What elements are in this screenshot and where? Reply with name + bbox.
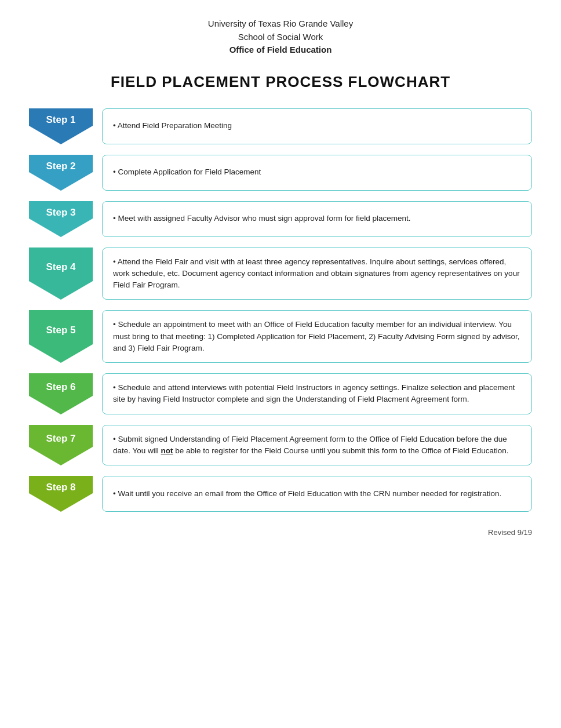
step-chevron-6 <box>29 396 93 414</box>
step-chevron-7 <box>29 447 93 465</box>
step-text-1: Attend Field Preparation Meeting <box>113 120 232 132</box>
step-label-4: Step 4 <box>29 247 93 282</box>
step-text-3: Meet with assigned Faculty Advisor who m… <box>113 213 410 224</box>
step-label-3: Step 3 <box>29 201 93 219</box>
step-row: Step 5 Schedule an appointment to meet w… <box>29 310 532 363</box>
revised-label: Revised 9/19 <box>29 528 532 537</box>
step-chevron-3 <box>29 219 93 237</box>
step-arrow-1: Step 1 <box>29 108 93 144</box>
step-row: Step 8 Wait until you receive an email f… <box>29 476 532 512</box>
step-arrow-3: Step 3 <box>29 201 93 237</box>
header-line2: School of Social Work <box>29 31 532 44</box>
header-line1: University of Texas Rio Grande Valley <box>29 17 532 31</box>
svg-marker-2 <box>29 219 93 237</box>
step-row: Step 6 Schedule and attend interviews wi… <box>29 373 532 414</box>
step-content-6: Schedule and attend interviews with pote… <box>102 373 532 414</box>
step-label-7: Step 7 <box>29 425 93 447</box>
step-text-5: Schedule an appointment to meet with an … <box>113 319 521 354</box>
step-content-5: Schedule an appointment to meet with an … <box>102 310 532 363</box>
step-chevron-1 <box>29 126 93 144</box>
step-text-8: Wait until you receive an email from the… <box>113 488 501 500</box>
step-content-2: Complete Application for Field Placement <box>102 155 532 191</box>
step-content-7: Submit signed Understanding of Field Pla… <box>102 425 532 466</box>
svg-marker-6 <box>29 447 93 465</box>
svg-marker-1 <box>29 172 93 191</box>
step-text-4: Attend the Field Fair and visit with at … <box>113 256 521 292</box>
step-arrow-6: Step 6 <box>29 373 93 414</box>
document-header: University of Texas Rio Grande Valley Sc… <box>29 17 532 57</box>
step-label-8: Step 8 <box>29 476 93 493</box>
step-text-7: Submit signed Understanding of Field Pla… <box>113 434 521 457</box>
svg-marker-0 <box>29 126 93 144</box>
step-content-1: Attend Field Preparation Meeting <box>102 108 532 144</box>
step-chevron-5 <box>29 344 93 363</box>
step-content-3: Meet with assigned Faculty Advisor who m… <box>102 201 532 237</box>
svg-marker-4 <box>29 344 93 363</box>
step-row: Step 7 Submit signed Understanding of Fi… <box>29 425 532 466</box>
svg-marker-5 <box>29 396 93 414</box>
step-arrow-2: Step 2 <box>29 155 93 191</box>
step-text-2: Complete Application for Field Placement <box>113 166 261 178</box>
step-chevron-2 <box>29 172 93 191</box>
step-content-4: Attend the Field Fair and visit with at … <box>102 247 532 300</box>
step-label-1: Step 1 <box>29 108 93 126</box>
svg-marker-3 <box>29 281 93 300</box>
step-row: Step 3 Meet with assigned Faculty Adviso… <box>29 201 532 237</box>
step-arrow-7: Step 7 <box>29 425 93 466</box>
step-label-2: Step 2 <box>29 155 93 172</box>
step-text-6: Schedule and attend interviews with pote… <box>113 382 521 406</box>
step-label-5: Step 5 <box>29 310 93 344</box>
header-line3: Office of Field Education <box>29 43 532 57</box>
step-chevron-8 <box>29 493 93 512</box>
step-row: Step 1 Attend Field Preparation Meeting <box>29 108 532 144</box>
step-row: Step 4 Attend the Field Fair and visit w… <box>29 247 532 300</box>
step-content-8: Wait until you receive an email from the… <box>102 476 532 512</box>
page-title: FIELD PLACEMENT PROCESS FLOWCHART <box>29 73 532 91</box>
step-row: Step 2 Complete Application for Field Pl… <box>29 155 532 191</box>
steps-container: Step 1 Attend Field Preparation MeetingS… <box>29 108 532 523</box>
step-arrow-4: Step 4 <box>29 247 93 300</box>
svg-marker-7 <box>29 493 93 512</box>
step-arrow-5: Step 5 <box>29 310 93 363</box>
step-arrow-8: Step 8 <box>29 476 93 512</box>
step-label-6: Step 6 <box>29 373 93 396</box>
step-chevron-4 <box>29 281 93 300</box>
